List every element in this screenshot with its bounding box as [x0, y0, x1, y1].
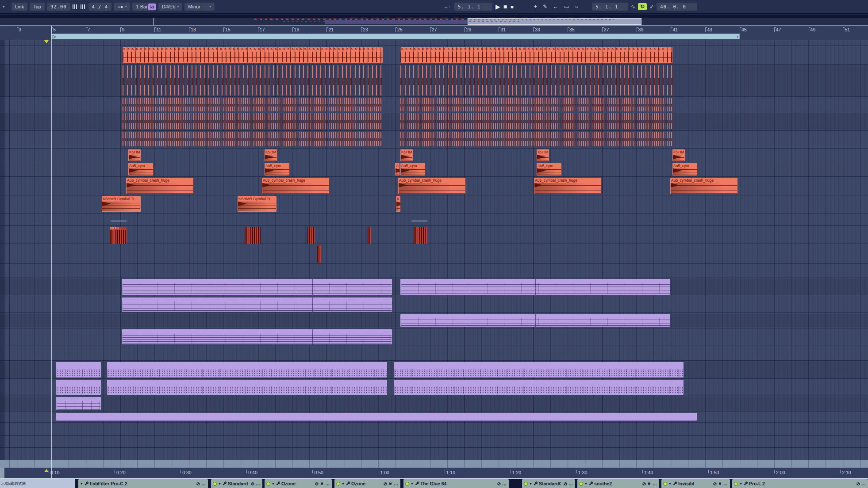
power-icon[interactable]: ⊘	[315, 481, 319, 486]
fold-triangle-icon[interactable]: ▼	[80, 482, 83, 485]
more-icon[interactable]: …	[653, 481, 657, 486]
clip-ks-f-k[interactable]: KS F K	[110, 227, 127, 244]
key-root-menu[interactable]: D#/Eb ▾	[158, 3, 183, 11]
metronome-button[interactable]: ○● ▾	[114, 3, 130, 11]
power-icon[interactable]: ⊘	[856, 481, 860, 486]
clip-kshm[interactable]: KSHM	[265, 149, 277, 161]
clip-midigrid[interactable]	[56, 397, 101, 410]
time-signature-field[interactable]: 4 / 4	[88, 3, 112, 11]
wrench-icon[interactable]	[673, 481, 677, 486]
fold-triangle-icon[interactable]: ▼	[668, 482, 672, 485]
clip-ticksD[interactable]	[400, 98, 672, 111]
clip-k[interactable]: KKKKKKKKKKKKKKKKKKKKKKKKKKKKKKKKKKKKKKKK…	[400, 47, 672, 63]
clip-kshm[interactable]: KSHM	[400, 149, 413, 161]
clip-kshm[interactable]: KSHM	[128, 149, 141, 161]
time-ruler[interactable]: 0:100:200:300:400:501:001:101:201:301:40…	[0, 468, 868, 478]
wrench-icon[interactable]	[346, 481, 350, 486]
clip-ticksD[interactable]	[123, 113, 383, 129]
tap-tempo-button[interactable]: Tap	[30, 3, 45, 11]
device-standardc[interactable]: ▼StandardC⊘…	[522, 479, 575, 488]
clip-au5-cym[interactable]: Au5_cym	[128, 163, 153, 175]
draw-mode-icon[interactable]: ✎	[542, 4, 548, 10]
power-icon[interactable]: ⊘	[251, 481, 254, 486]
more-icon[interactable]: …	[861, 481, 866, 486]
clip-ticksD[interactable]	[123, 132, 383, 146]
loop-length-field[interactable]: 40. 0. 0	[657, 3, 697, 11]
record-button[interactable]: ●	[510, 3, 514, 10]
nudge-up-button[interactable]	[81, 4, 86, 9]
stop-button[interactable]: ■	[503, 3, 507, 10]
clip-midi[interactable]	[400, 279, 670, 295]
loop-start-marker-icon[interactable]: ▷	[52, 34, 57, 39]
loop-start-field[interactable]: 5. 1. 1	[592, 3, 628, 11]
scale-menu[interactable]: Minor ▾	[184, 3, 215, 11]
beat-time-ruler[interactable]: ▷ ‹ 357911131517192123252729313335373941…	[0, 26, 868, 40]
arrangement-scroll-band[interactable]	[0, 460, 868, 468]
clip-midi[interactable]	[122, 279, 392, 295]
clip-stripes[interactable]	[317, 246, 321, 263]
punch-in-icon[interactable]: ∿	[631, 4, 635, 10]
clip-k[interactable]: KKKKKKKKKKKKKKKKKKKKKKKKKKKKKKKKKKKKKKKK…	[123, 47, 383, 63]
clip-a[interactable]: A	[395, 163, 399, 175]
wrench-icon[interactable]	[415, 481, 419, 486]
clip-au5-cym[interactable]: Au5_cym	[265, 163, 289, 175]
clip-midi[interactable]	[122, 329, 392, 344]
fold-triangle-icon[interactable]: ▼	[584, 482, 588, 485]
wrench-icon[interactable]	[534, 481, 538, 486]
clip-ticksD[interactable]	[400, 132, 672, 146]
device-on-led[interactable]	[734, 482, 738, 486]
more-icon[interactable]: …	[723, 481, 728, 486]
power-icon[interactable]: ⊘	[642, 481, 646, 486]
loop-brace[interactable]: ▷ ‹	[51, 34, 740, 39]
more-icon[interactable]: …	[325, 481, 330, 486]
clip-au5-cymbal-crash-huge[interactable]: Au5_cymbal_crash_huge	[534, 178, 601, 194]
clip-ghost[interactable]	[111, 220, 127, 222]
clip-kshmr-cymbal-tr[interactable]: KSHMR Cymbal Tr	[238, 196, 277, 212]
power-icon[interactable]: ⊘	[497, 481, 501, 486]
arrangement-overview[interactable]	[0, 18, 868, 26]
region-frame-icon[interactable]: ▭	[563, 4, 570, 10]
key-icon[interactable]: ♭♯	[148, 4, 156, 10]
device-fabfilter-pro-c-2[interactable]: ▼FabFilter Pro-C 2⊘…	[78, 479, 208, 488]
link-button[interactable]: Link	[12, 3, 27, 11]
clip-stripes[interactable]	[368, 227, 371, 244]
clip-midi[interactable]	[400, 314, 670, 327]
overdub-plus-icon[interactable]: +	[533, 4, 538, 10]
clip-mididot[interactable]	[394, 362, 684, 377]
lock-icon[interactable]	[388, 481, 392, 486]
clip-kshm[interactable]: KSHM	[672, 149, 685, 161]
device-pro-l-2[interactable]: ▼Pro-L 2⊘…	[732, 479, 868, 488]
arrangement-canvas[interactable]: KKKKKKKKKKKKKKKKKKKKKKKKKKKKKKKKKKKKKKKK…	[0, 40, 868, 460]
clip-stripes[interactable]	[307, 227, 315, 244]
device-on-led[interactable]	[663, 482, 667, 486]
lock-icon[interactable]	[718, 481, 722, 486]
clip-ticksS[interactable]	[400, 65, 672, 95]
clip-au5-cymbal-crash-huge[interactable]: Au5_cymbal_crash_huge	[126, 178, 193, 194]
wrench-icon[interactable]	[589, 481, 593, 486]
clip-mididot[interactable]	[56, 380, 101, 395]
clip-ticksD[interactable]	[123, 98, 383, 111]
clip-kshmr-cymbal-tr[interactable]: KSHMR Cymbal Tr	[102, 196, 141, 212]
device-soothe2[interactable]: ▼soothe2⊘…	[577, 479, 659, 488]
clip-ticksD[interactable]	[400, 113, 672, 129]
wrench-icon[interactable]	[84, 481, 88, 486]
power-icon[interactable]: ⊘	[196, 481, 200, 486]
more-icon[interactable]: …	[502, 481, 507, 486]
fold-triangle-icon[interactable]: ▼	[342, 482, 345, 485]
clip-ghost[interactable]	[411, 220, 427, 222]
clip-au5-cym[interactable]: Au5_cym	[672, 163, 697, 175]
power-icon[interactable]: ⊘	[564, 481, 567, 486]
fold-triangle-icon[interactable]: ▼	[272, 482, 275, 485]
clip-au5-cymbal-crash-huge[interactable]: Au5_cymbal_crash_huge	[670, 178, 737, 194]
more-icon[interactable]: …	[394, 481, 399, 486]
clip-stripes[interactable]	[245, 227, 261, 244]
clip-mididot[interactable]	[56, 362, 101, 377]
power-icon[interactable]: ⊘	[713, 481, 717, 486]
device-the-glue-64[interactable]: ▼The Glue 64⊘…	[403, 479, 509, 488]
clip-au5-cym[interactable]: Au5_cym	[400, 163, 425, 175]
more-icon[interactable]: …	[568, 481, 573, 486]
clip-mididot[interactable]	[394, 380, 684, 395]
clip-au5-cymbal-crash-huge[interactable]: Au5_cymbal_crash_huge	[398, 178, 465, 194]
punch-out-icon[interactable]: ∿	[649, 4, 654, 10]
wrench-icon[interactable]	[744, 481, 748, 486]
